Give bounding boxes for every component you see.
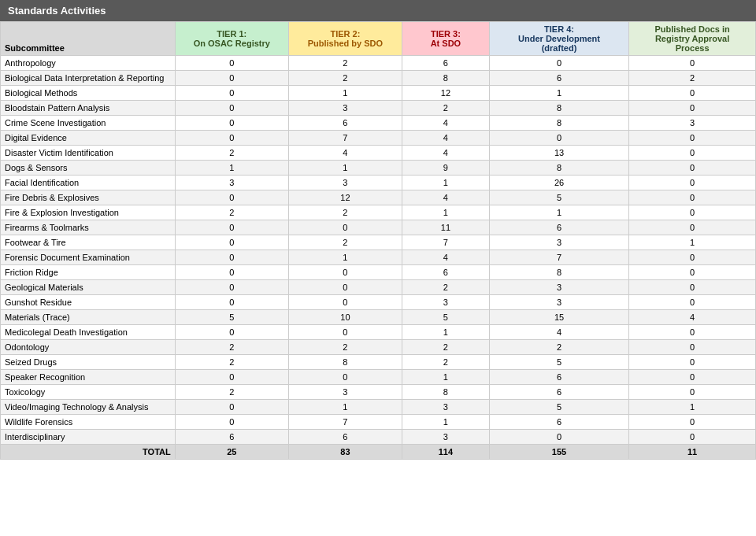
cell-pub: 0 xyxy=(629,190,756,205)
cell-pub: 0 xyxy=(629,86,756,101)
table-row: Dogs & Sensors11980 xyxy=(1,161,756,176)
cell-t3: 7 xyxy=(402,235,489,250)
cell-t3: 2 xyxy=(402,101,489,116)
cell-pub: 0 xyxy=(629,355,756,370)
cell-t3: 11 xyxy=(402,220,489,235)
cell-pub: 0 xyxy=(629,250,756,265)
cell-pub: 0 xyxy=(629,146,756,161)
subcommittee-name: Forensic Document Examination xyxy=(1,250,176,265)
cell-t4: 8 xyxy=(489,161,628,176)
cell-t2: 1 xyxy=(288,161,402,176)
cell-t2: 3 xyxy=(288,176,402,190)
cell-t1: 3 xyxy=(175,176,288,190)
cell-t1: 0 xyxy=(175,325,288,340)
cell-t3: 12 xyxy=(402,86,489,101)
cell-t1: 5 xyxy=(175,310,288,325)
cell-t1: 0 xyxy=(175,370,288,385)
cell-t4: 6 xyxy=(489,220,628,235)
cell-t3: 4 xyxy=(402,116,489,131)
cell-pub: 0 xyxy=(629,176,756,190)
cell-t1: 2 xyxy=(175,385,288,400)
table-row: Speaker Recognition00160 xyxy=(1,370,756,385)
cell-t2: 0 xyxy=(288,220,402,235)
table-row: Bloodstain Pattern Analysis03280 xyxy=(1,101,756,116)
table-row: Fire Debris & Explosives012450 xyxy=(1,190,756,205)
cell-pub: 1 xyxy=(629,400,756,415)
subcommittee-name: Digital Evidence xyxy=(1,131,176,146)
cell-t2: 1 xyxy=(288,400,402,415)
cell-t2: 0 xyxy=(288,370,402,385)
cell-t1: 0 xyxy=(175,71,288,86)
cell-t3: 4 xyxy=(402,131,489,146)
cell-t2: 12 xyxy=(288,190,402,205)
subcommittee-name: Footwear & Tire xyxy=(1,235,176,250)
subcommittee-name: Anthropology xyxy=(1,56,176,71)
cell-t3: 8 xyxy=(402,71,489,86)
cell-t4: 8 xyxy=(489,116,628,131)
table-row: Materials (Trace)5105154 xyxy=(1,310,756,325)
cell-pub: 0 xyxy=(629,131,756,146)
cell-t1: 0 xyxy=(175,101,288,116)
cell-pub: 3 xyxy=(629,116,756,131)
cell-t4: 0 xyxy=(489,430,628,445)
cell-t3: 6 xyxy=(402,56,489,71)
cell-t2: 3 xyxy=(288,385,402,400)
cell-t3: 3 xyxy=(402,295,489,310)
cell-pub: 0 xyxy=(629,265,756,280)
title-bar: Standards Activities xyxy=(0,0,756,21)
cell-pub: 0 xyxy=(629,101,756,116)
subcommittee-name: Geological Materials xyxy=(1,280,176,295)
cell-pub: 0 xyxy=(629,56,756,71)
cell-pub: 0 xyxy=(629,295,756,310)
subcommittee-name: Speaker Recognition xyxy=(1,370,176,385)
subcommittee-name: Toxicology xyxy=(1,385,176,400)
table-row: Geological Materials00230 xyxy=(1,280,756,295)
subcommittee-name: Video/Imaging Technology & Analysis xyxy=(1,400,176,415)
table-row: Odontology22220 xyxy=(1,340,756,355)
cell-t3: 2 xyxy=(402,340,489,355)
total-pub: 11 xyxy=(629,445,756,460)
cell-t4: 4 xyxy=(489,325,628,340)
cell-t3: 3 xyxy=(402,400,489,415)
subcommittee-name: Fire Debris & Explosives xyxy=(1,190,176,205)
cell-t4: 3 xyxy=(489,235,628,250)
subcommittee-name: Fire & Explosion Investigation xyxy=(1,205,176,220)
cell-t1: 0 xyxy=(175,235,288,250)
cell-t1: 2 xyxy=(175,340,288,355)
title-text: Standards Activities xyxy=(8,5,106,17)
cell-t3: 2 xyxy=(402,355,489,370)
cell-t3: 6 xyxy=(402,265,489,280)
cell-t4: 6 xyxy=(489,71,628,86)
table-row: Video/Imaging Technology & Analysis01351 xyxy=(1,400,756,415)
cell-t3: 1 xyxy=(402,325,489,340)
cell-t1: 0 xyxy=(175,295,288,310)
cell-t2: 7 xyxy=(288,131,402,146)
subcommittee-name: Bloodstain Pattern Analysis xyxy=(1,101,176,116)
table-row: Medicolegal Death Investigation00140 xyxy=(1,325,756,340)
cell-pub: 0 xyxy=(629,161,756,176)
cell-t1: 6 xyxy=(175,430,288,445)
cell-t2: 6 xyxy=(288,116,402,131)
cell-t4: 0 xyxy=(489,56,628,71)
cell-t2: 8 xyxy=(288,355,402,370)
table-row: Friction Ridge00680 xyxy=(1,265,756,280)
cell-t3: 1 xyxy=(402,370,489,385)
table-row: Fire & Explosion Investigation22110 xyxy=(1,205,756,220)
cell-pub: 2 xyxy=(629,71,756,86)
cell-t2: 4 xyxy=(288,146,402,161)
cell-t2: 0 xyxy=(288,295,402,310)
cell-pub: 1 xyxy=(629,235,756,250)
cell-t3: 1 xyxy=(402,176,489,190)
cell-t2: 2 xyxy=(288,56,402,71)
cell-t4: 3 xyxy=(489,295,628,310)
cell-t3: 1 xyxy=(402,205,489,220)
subcommittee-name: Biological Data Interpretation & Reporti… xyxy=(1,71,176,86)
cell-t4: 6 xyxy=(489,370,628,385)
cell-t1: 1 xyxy=(175,161,288,176)
table-row: Interdisciplinary66300 xyxy=(1,430,756,445)
total-t4: 155 xyxy=(489,445,628,460)
cell-t4: 3 xyxy=(489,280,628,295)
subcommittee-name: Odontology xyxy=(1,340,176,355)
cell-t2: 2 xyxy=(288,340,402,355)
subcommittee-name: Medicolegal Death Investigation xyxy=(1,325,176,340)
